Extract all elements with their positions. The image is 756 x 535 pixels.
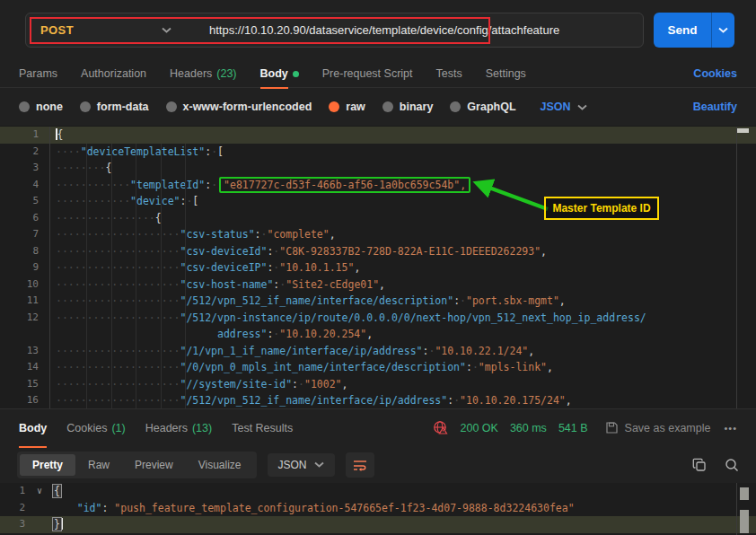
tab-settings[interactable]: Settings [486, 59, 526, 88]
response-size[interactable]: 541 B [558, 422, 588, 434]
line-number: 3 [0, 516, 32, 533]
line-number: 12 [0, 310, 50, 327]
body-mode-form-data[interactable]: form-data [80, 101, 149, 113]
body-language-selector[interactable]: JSON [541, 101, 587, 113]
radio-icon [80, 101, 91, 112]
response-scrollbar-thumb[interactable] [740, 510, 749, 533]
chevron-down-icon [314, 461, 324, 468]
code-line[interactable]: 16····················"/512/vpn_512_if_n… [0, 392, 756, 408]
search-icon [725, 458, 739, 472]
body-modified-dot-icon [293, 71, 299, 77]
url-input[interactable]: https://10.10.20.90/dataservice/template… [209, 23, 559, 37]
body-mode-none[interactable]: none [19, 101, 63, 113]
code-line[interactable]: 15····················"//system/site-id"… [0, 376, 756, 393]
save-as-example-button[interactable]: Save as example [605, 421, 711, 434]
response-tab-cookies[interactable]: Cookies(1) [66, 409, 125, 447]
code-line[interactable]: 14····················"/0/vpn_0_mpls_int… [0, 359, 756, 376]
send-options-button[interactable] [711, 13, 734, 48]
code-line[interactable]: address":·"10.10.20.254", [0, 326, 756, 343]
more-actions-button[interactable]: ••• [724, 423, 737, 434]
code-line[interactable]: 8····················"csv-deviceId":·"C8… [0, 243, 756, 260]
radio-icon [166, 101, 177, 112]
tab-pre-request-script[interactable]: Pre-request Script [322, 59, 413, 88]
line-number: 1 [0, 483, 32, 500]
view-preview[interactable]: Preview [122, 454, 186, 476]
request-body-editor[interactable]: 1{2····"deviceTemplateList":·[3········{… [0, 126, 756, 408]
copy-response-button[interactable] [692, 452, 707, 478]
view-raw[interactable]: Raw [75, 454, 122, 476]
line-number: 5 [0, 193, 50, 210]
response-tab-headers[interactable]: Headers(13) [145, 409, 212, 447]
code-line[interactable]: 2 "id": "push_feature_template_configura… [0, 500, 756, 517]
code-line[interactable]: 6················{ [0, 210, 756, 227]
line-number: 15 [0, 376, 50, 393]
fold-chevron-icon[interactable]: ∨ [32, 483, 47, 500]
code-line[interactable]: 11····················"/512/vpn_512_if_n… [0, 293, 756, 310]
line-number: 6 [0, 210, 50, 227]
chevron-down-icon [718, 27, 728, 33]
line-number: 11 [0, 293, 50, 310]
text-cursor [62, 518, 64, 530]
response-tab-test-results[interactable]: Test Results [232, 409, 293, 447]
response-scrollbar-thumb[interactable] [740, 487, 749, 500]
cookies-count: (1) [111, 422, 125, 434]
response-time[interactable]: 360 ms [510, 422, 547, 434]
code-line[interactable]: 7····················"csv-status":·"comp… [0, 226, 756, 243]
request-url-bar: POST https://10.10.20.90/dataservice/tem… [0, 0, 756, 59]
code-line[interactable]: 10····················"csv-host-name":·"… [0, 276, 756, 294]
response-scrollbar-track[interactable] [736, 483, 737, 535]
tab-headers[interactable]: Headers(23) [170, 59, 236, 88]
response-body-editor[interactable]: 1∨{2 "id": "push_feature_template_config… [0, 483, 756, 535]
fold-gutter [32, 500, 47, 517]
body-mode-graphql[interactable]: GraphQL [450, 101, 515, 113]
body-mode-raw[interactable]: raw [329, 101, 365, 113]
wrap-text-icon [353, 459, 367, 471]
response-language-selector[interactable]: JSON [268, 453, 335, 477]
line-number: 7 [0, 226, 50, 243]
response-headers-count: (13) [192, 422, 212, 434]
radio-icon [19, 101, 30, 112]
line-number: 8 [0, 243, 50, 260]
postman-window: POST https://10.10.20.90/dataservice/tem… [0, 0, 756, 535]
cookies-link[interactable]: Cookies [693, 67, 737, 80]
code-line[interactable]: 1{ [0, 127, 756, 144]
view-pretty[interactable]: Pretty [20, 454, 75, 476]
code-line[interactable]: 4············"templateId":·"e817727c-d53… [0, 177, 756, 194]
body-mode-x-www-form-urlencoded[interactable]: x-www-form-urlencoded [166, 101, 312, 113]
tab-params[interactable]: Params [19, 59, 57, 88]
line-number: 16 [0, 392, 50, 408]
wrap-text-button[interactable] [346, 452, 374, 478]
code-line[interactable]: 3········{ [0, 160, 756, 177]
line-number: 4 [0, 177, 50, 194]
code-line[interactable]: 2····"deviceTemplateList":·[ [0, 144, 756, 161]
code-line[interactable]: 5············"device":·[ [0, 193, 756, 210]
tab-body[interactable]: Body [260, 59, 299, 88]
method-selector[interactable]: POST [26, 23, 186, 37]
status-badge[interactable]: 200 OK [460, 422, 497, 434]
line-number: 9 [0, 259, 50, 276]
line-number: 10 [0, 276, 50, 294]
radio-icon [450, 101, 461, 112]
code-line[interactable]: 13····················"/1/vpn_1_if_name/… [0, 343, 756, 360]
line-number: 1 [0, 127, 50, 144]
response-header: Body Cookies(1) Headers(13) Test Results… [0, 408, 756, 446]
body-mode-row: none form-data x-www-form-urlencoded raw… [0, 88, 756, 126]
editor-scrollbar-thumb[interactable] [737, 128, 749, 133]
tab-authorization[interactable]: Authorization [81, 59, 146, 88]
url-container: POST https://10.10.20.90/dataservice/tem… [25, 13, 644, 48]
editor-scrollbar-track[interactable] [736, 127, 737, 408]
search-response-button[interactable] [725, 452, 739, 478]
send-button[interactable]: Send [654, 13, 734, 48]
code-line[interactable]: 12····················"/512/vpn-instance… [0, 310, 756, 327]
code-line[interactable]: 9····················"csv-deviceIP":·"10… [0, 259, 756, 276]
code-line[interactable]: 1∨{ [0, 483, 756, 500]
view-visualize[interactable]: Visualize [186, 454, 254, 476]
response-toolbar: Pretty Raw Preview Visualize JSON [0, 446, 756, 483]
line-number: 3 [0, 160, 50, 177]
beautify-link[interactable]: Beautify [693, 101, 737, 113]
response-tab-body[interactable]: Body [19, 409, 47, 447]
body-mode-binary[interactable]: binary [382, 101, 434, 113]
code-line[interactable]: 3} [0, 516, 756, 533]
ssl-warning-icon[interactable] [433, 420, 448, 435]
tab-tests[interactable]: Tests [436, 59, 462, 88]
